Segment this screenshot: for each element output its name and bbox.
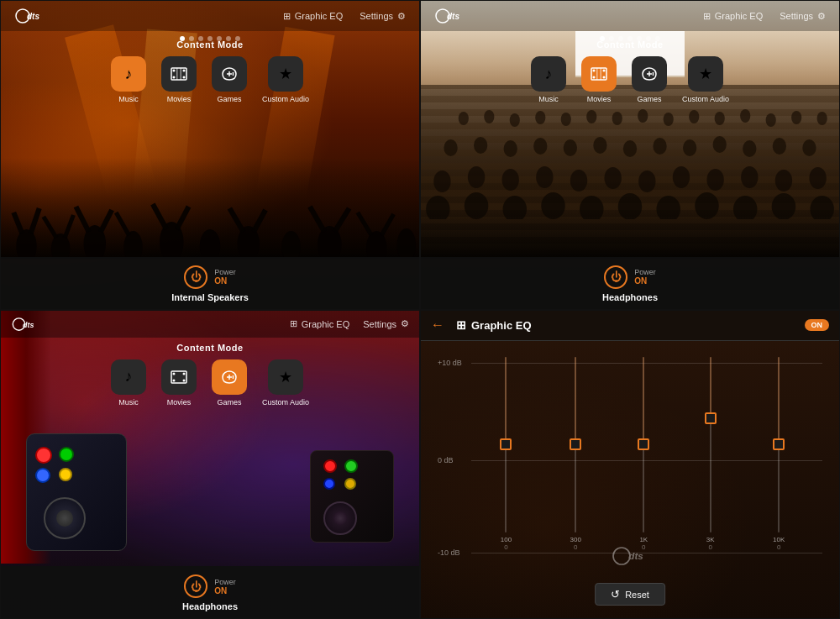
eq-handle-1k[interactable] bbox=[638, 438, 649, 450]
graphic-eq-nav-concert[interactable]: ⊞ Graphic EQ bbox=[283, 11, 343, 22]
power-section-games: ⏻ Power ON bbox=[184, 574, 236, 598]
dot-2[interactable] bbox=[189, 36, 194, 41]
mode-movies-concert[interactable]: Movies bbox=[161, 56, 197, 103]
settings-nav-theater[interactable]: Settings ⚙ bbox=[780, 11, 826, 22]
graphic-eq-nav-games[interactable]: ⊞ Graphic EQ bbox=[290, 318, 349, 329]
svg-point-64 bbox=[743, 140, 756, 157]
eq-track-100[interactable] bbox=[505, 357, 507, 533]
dot-5[interactable] bbox=[217, 36, 222, 41]
svg-point-43 bbox=[561, 113, 571, 126]
svg-point-48 bbox=[689, 110, 699, 123]
theater-dot-7[interactable] bbox=[655, 36, 660, 41]
arcade-controller-left bbox=[26, 433, 127, 551]
graphic-eq-nav-theater[interactable]: ⊞ Graphic EQ bbox=[703, 11, 763, 22]
navbar-theater: dts ⊞ Graphic EQ Settings ⚙ bbox=[421, 1, 839, 31]
gear-icon-games: ⚙ bbox=[401, 318, 409, 329]
theater-dot-3[interactable] bbox=[618, 36, 623, 41]
theater-dot-2[interactable] bbox=[609, 36, 614, 41]
eq-freq-label-3k: 3K bbox=[706, 536, 715, 543]
mode-movies-theater[interactable]: Movies bbox=[581, 56, 617, 103]
svg-point-73 bbox=[638, 170, 655, 192]
eq-track-3k[interactable] bbox=[710, 357, 711, 533]
device-label-concert: Internal Speakers bbox=[171, 292, 249, 302]
settings-nav-games[interactable]: Settings ⚙ bbox=[363, 318, 409, 329]
reset-button[interactable]: ↺ Reset bbox=[595, 583, 665, 606]
mode-games-theater[interactable]: Games bbox=[632, 56, 667, 103]
svg-point-53 bbox=[817, 112, 827, 125]
eq-freq-value-10k: 0 bbox=[777, 543, 780, 551]
eq-handle-3k[interactable] bbox=[705, 412, 717, 424]
eq-slider-1k[interactable]: 1K 0 bbox=[639, 357, 648, 552]
mode-games-concert[interactable]: Games bbox=[212, 56, 247, 103]
svg-point-41 bbox=[510, 113, 520, 127]
eq-track-1k[interactable] bbox=[643, 357, 644, 533]
eq-handle-300[interactable] bbox=[570, 438, 581, 450]
svg-point-75 bbox=[706, 169, 723, 191]
svg-point-66 bbox=[802, 139, 816, 156]
eq-slider-3k[interactable]: 3K 0 bbox=[706, 357, 715, 552]
svg-point-61 bbox=[653, 138, 666, 155]
games-label-theater: Games bbox=[637, 95, 661, 103]
theater-dot-4[interactable] bbox=[627, 36, 633, 41]
dot-4[interactable] bbox=[207, 36, 213, 41]
svg-point-37 bbox=[232, 72, 234, 74]
eq-title: ⊞ Graphic EQ bbox=[456, 318, 532, 332]
mode-games-games[interactable]: Games bbox=[212, 359, 247, 407]
music-label-theater: Music bbox=[538, 95, 559, 103]
games-icon-games bbox=[212, 359, 247, 395]
mode-music-games[interactable]: ♪ Music bbox=[111, 359, 146, 407]
power-button-concert[interactable]: ⏻ bbox=[184, 265, 207, 289]
mode-music-concert[interactable]: ♪ Music bbox=[111, 56, 146, 103]
eq-slider-300[interactable]: 300 0 bbox=[570, 357, 581, 552]
svg-line-23 bbox=[358, 212, 371, 235]
theater-dot-6[interactable] bbox=[646, 36, 651, 41]
svg-point-31 bbox=[172, 76, 175, 79]
mode-movies-games[interactable]: Movies bbox=[161, 359, 197, 407]
eq-freq-label-10k: 10K bbox=[773, 536, 785, 543]
mode-buttons-games: ♪ Music Movies Games ★ Custom Audio bbox=[1, 359, 419, 407]
back-button[interactable]: ← bbox=[431, 317, 444, 333]
dot-1[interactable] bbox=[180, 36, 185, 41]
custom-icon-theater: ★ bbox=[688, 56, 723, 92]
eq-slider-100[interactable]: 100 0 bbox=[501, 357, 512, 552]
panel-games: dts ⊞ Graphic EQ Settings ⚙ Content Mode… bbox=[0, 310, 420, 620]
svg-point-45 bbox=[612, 112, 622, 125]
custom-label-concert: Custom Audio bbox=[262, 95, 309, 103]
dot-3[interactable] bbox=[198, 36, 203, 41]
svg-point-57 bbox=[533, 138, 547, 155]
eq-freq-value-100: 0 bbox=[504, 543, 507, 551]
mode-music-theater[interactable]: ♪ Music bbox=[531, 56, 566, 103]
power-button-theater[interactable]: ⏻ bbox=[604, 265, 627, 289]
settings-nav-concert[interactable]: Settings ⚙ bbox=[360, 11, 406, 22]
content-mode-concert: Content Mode ♪ Music Movies Games ★ Cust bbox=[1, 31, 419, 110]
panel-bottom-theater: ⏻ Power ON Headphones bbox=[421, 257, 839, 309]
eq-slider-10k[interactable]: 10K 0 bbox=[773, 357, 785, 552]
eq-freq-value-300: 0 bbox=[574, 543, 577, 551]
svg-rect-98 bbox=[600, 68, 601, 80]
eq-track-300[interactable] bbox=[575, 357, 576, 533]
eq-handle-100[interactable] bbox=[500, 438, 512, 450]
svg-point-39 bbox=[459, 112, 469, 125]
svg-point-95 bbox=[592, 76, 595, 79]
eq-icon-theater: ⊞ bbox=[703, 11, 711, 22]
dot-6[interactable] bbox=[226, 36, 231, 41]
music-label-concert: Music bbox=[118, 95, 139, 103]
mode-custom-theater[interactable]: ★ Custom Audio bbox=[682, 56, 729, 103]
mode-buttons-theater: ♪ Music Movies Games ★ Custom Audio bbox=[421, 56, 839, 103]
eq-track-10k[interactable] bbox=[778, 357, 780, 533]
theater-dot-5[interactable] bbox=[637, 36, 642, 41]
svg-line-20 bbox=[310, 207, 324, 232]
eq-handle-10k[interactable] bbox=[773, 438, 785, 450]
theater-dot-1[interactable] bbox=[600, 36, 605, 41]
power-button-games[interactable]: ⏻ bbox=[184, 574, 207, 598]
movies-label-games: Movies bbox=[167, 398, 192, 407]
mode-custom-concert[interactable]: ★ Custom Audio bbox=[262, 56, 309, 103]
svg-point-67 bbox=[433, 170, 450, 192]
eq-freq-label-1k: 1K bbox=[639, 536, 648, 543]
svg-point-60 bbox=[623, 140, 637, 157]
svg-line-21 bbox=[334, 208, 349, 232]
svg-point-94 bbox=[602, 70, 605, 72]
eq-toggle[interactable]: ON bbox=[805, 319, 830, 331]
dot-7[interactable] bbox=[235, 36, 240, 41]
mode-custom-games[interactable]: ★ Custom Audio bbox=[262, 359, 309, 407]
